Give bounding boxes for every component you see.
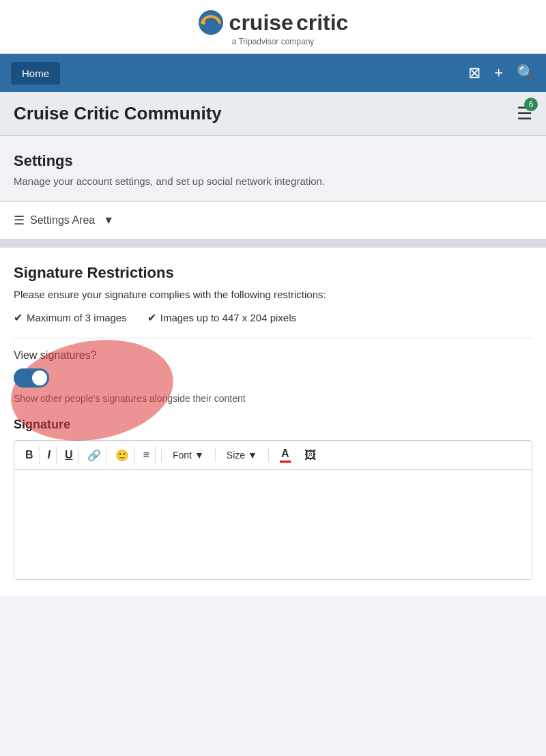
editor-container: B I U 🔗 🙂 ≡ Font ▼ Size ▼ A [14,440,532,580]
font-dropdown-arrow: ▼ [195,450,204,461]
toolbar-separator-1 [161,448,162,462]
signature-label: Signature [14,418,532,432]
settings-description: Manage your account settings, and set up… [14,175,532,187]
view-signatures-label: View signatures? [14,349,532,362]
signature-section: Signature B I U 🔗 🙂 ≡ Font ▼ Size ▼ [14,418,532,580]
logo-icon [198,10,224,35]
restriction-text-1: Maximum of 3 images [27,312,127,323]
logo-container: cruisecritic a Tripadvisor company [198,10,349,46]
hamburger-container: ☰ 6 [517,103,532,124]
menu-lines-icon: ☰ [14,213,25,228]
community-title: Cruise Critic Community [14,103,222,124]
bold-button[interactable]: B [20,446,40,464]
checkmark-icon-1: ✔ [14,311,23,324]
community-header: Cruise Critic Community ☰ 6 [0,92,546,136]
view-signatures-help: Show other people's signatures alongside… [14,393,532,404]
color-bar [280,461,291,463]
list-button[interactable]: ≡ [138,446,156,464]
size-dropdown-arrow: ▼ [248,450,257,461]
section-divider [0,239,546,248]
settings-area-label: Settings Area [30,214,95,227]
sig-restrictions-description: Please ensure your signature complies wi… [14,289,532,300]
editor-toolbar: B I U 🔗 🙂 ≡ Font ▼ Size ▼ A [14,441,532,470]
color-a-label: A [281,448,289,460]
nav-icons: ⊠ + 🔍 [468,64,535,82]
restriction-item-2: ✔ Images up to 447 x 204 pixels [147,311,296,324]
font-label: Font [173,450,192,461]
restriction-item-1: ✔ Maximum of 3 images [14,311,127,324]
newspaper-icon[interactable]: ⊠ [468,64,480,82]
editor-body[interactable] [14,470,532,579]
logo: cruisecritic [198,10,349,35]
toggle-knob [32,370,47,386]
settings-area-button[interactable]: ☰ Settings Area ▼ [14,213,114,228]
toggle-container [14,368,532,388]
font-color-button[interactable]: A [274,445,296,465]
settings-section: Settings Manage your account settings, a… [0,136,546,201]
toolbar-separator-3 [268,448,269,462]
notification-badge: 6 [524,98,538,111]
image-insert-button[interactable]: 🖼 [299,446,322,465]
chevron-down-icon: ▼ [103,214,114,227]
emoji-button[interactable]: 🙂 [110,446,135,465]
nav-bar: Home ⊠ + 🔍 [0,54,546,92]
toolbar-separator-2 [215,448,216,462]
logo-part1: cruise [229,10,293,35]
sig-restrictions-title: Signature Restrictions [14,264,532,282]
main-content: Signature Restrictions Please ensure you… [0,248,546,596]
settings-area-bar: ☰ Settings Area ▼ [0,201,546,239]
font-dropdown[interactable]: Font ▼ [167,447,210,463]
svg-point-1 [201,20,205,25]
site-header: cruisecritic a Tripadvisor company [0,0,546,54]
logo-part2: critic [296,10,348,35]
search-icon[interactable]: 🔍 [517,64,535,82]
restrictions-list: ✔ Maximum of 3 images ✔ Images up to 447… [14,311,532,324]
add-icon[interactable]: + [494,64,503,82]
size-dropdown[interactable]: Size ▼ [221,447,263,463]
tripadvisor-label: a Tripadvisor company [232,37,315,46]
view-signatures-toggle[interactable] [14,368,49,388]
link-button[interactable]: 🔗 [82,446,107,465]
restriction-text-2: Images up to 447 x 204 pixels [160,312,296,323]
home-button[interactable]: Home [11,62,60,85]
divider-line [14,338,532,338]
settings-title: Settings [14,152,532,170]
underline-button[interactable]: U [59,446,79,464]
italic-button[interactable]: I [42,446,57,464]
checkmark-icon-2: ✔ [147,311,156,324]
size-label: Size [227,450,245,461]
view-signatures-section: View signatures? Show other people's sig… [14,349,532,404]
